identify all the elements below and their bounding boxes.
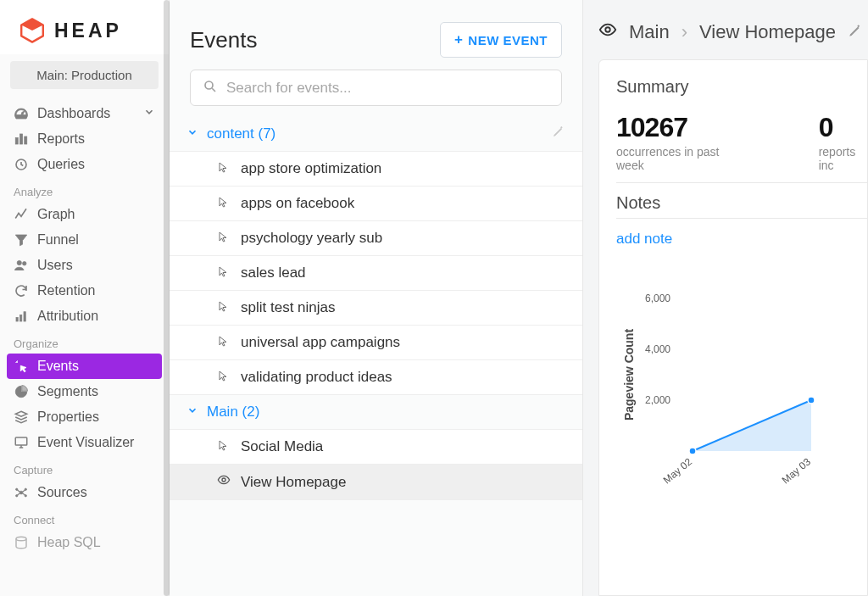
- eye-icon: [598, 20, 617, 44]
- category-label: content (7): [207, 125, 275, 142]
- event-row[interactable]: sales lead: [170, 256, 582, 291]
- chevron-down-icon: [186, 125, 198, 142]
- sidebar-item-users[interactable]: Users: [0, 253, 169, 278]
- cursor-click-icon: [14, 359, 29, 374]
- sidebar-item-reports[interactable]: Reports: [0, 126, 169, 152]
- logo-text: HEAP: [54, 19, 122, 42]
- breadcrumb-level-0[interactable]: Main: [629, 21, 670, 43]
- x-tick-label: May 03: [780, 455, 813, 486]
- event-label: apps on facebook: [241, 195, 354, 212]
- pie-icon: [14, 384, 29, 399]
- metric-occurrences: 10267 occurrences in past week: [616, 112, 734, 172]
- svg-rect-9: [20, 315, 22, 322]
- event-label: sales lead: [241, 265, 306, 281]
- category-header[interactable]: content (7): [170, 116, 582, 152]
- sidebar-item-sources[interactable]: Sources: [0, 480, 169, 505]
- svg-rect-10: [24, 312, 25, 321]
- sidebar-item-label: Reports: [37, 131, 85, 147]
- nav-group-organize: Organize: [0, 329, 169, 354]
- cursor-icon: [217, 299, 229, 316]
- sidebar-item-dashboards[interactable]: Dashboards: [0, 101, 169, 126]
- svg-point-20: [605, 27, 610, 32]
- sidebar-item-segments[interactable]: Segments: [0, 379, 169, 404]
- event-label: app store optimization: [241, 160, 381, 177]
- sidebar-item-heap-sql[interactable]: Heap SQL: [0, 530, 169, 555]
- event-row[interactable]: Social Media: [170, 430, 582, 465]
- panel-title: Events: [190, 27, 258, 53]
- svg-point-6: [17, 260, 21, 265]
- event-row[interactable]: View Homepage: [170, 465, 582, 500]
- event-label: Social Media: [241, 438, 323, 455]
- sidebar-item-label: Graph: [37, 207, 75, 222]
- event-label: split test ninjas: [241, 299, 336, 316]
- search-input-wrap[interactable]: [190, 70, 562, 106]
- new-event-label: NEW EVENT: [468, 33, 548, 47]
- event-row[interactable]: app store optimization: [170, 152, 582, 187]
- svg-rect-2: [15, 138, 18, 145]
- metric-reports: 0 reports inc: [819, 112, 867, 172]
- sidebar: HEAP Main: Production Dashboards Reports…: [0, 0, 170, 596]
- sidebar-item-retention[interactable]: Retention: [0, 278, 169, 304]
- new-event-button[interactable]: + NEW EVENT: [440, 22, 562, 58]
- nav-group-connect: Connect: [0, 505, 169, 530]
- event-list: content (7)app store optimizationapps on…: [170, 116, 582, 500]
- chevron-down-icon: [143, 106, 155, 121]
- add-note-button[interactable]: add note: [616, 231, 672, 248]
- event-row[interactable]: psychology yearly sub: [170, 221, 582, 256]
- cursor-icon: [217, 160, 229, 177]
- svg-marker-1: [21, 19, 43, 31]
- gauge-icon: [14, 106, 29, 121]
- metric-caption: reports inc: [819, 145, 867, 172]
- svg-rect-3: [20, 134, 23, 144]
- sidebar-item-properties[interactable]: Properties: [0, 404, 169, 430]
- bar-chart-icon: [14, 131, 29, 147]
- category-label: Main (2): [207, 404, 259, 421]
- cursor-icon: [217, 334, 229, 351]
- sidebar-item-event-visualizer[interactable]: Event Visualizer: [0, 430, 169, 455]
- event-row[interactable]: validating product ideas: [170, 360, 582, 395]
- project-selector[interactable]: Main: Production: [10, 61, 159, 89]
- sidebar-item-label: Attribution: [37, 309, 98, 324]
- sidebar-item-attribution[interactable]: Attribution: [0, 304, 169, 329]
- svg-point-19: [222, 478, 225, 482]
- y-tick-label: 4,000: [645, 343, 670, 355]
- logo: HEAP: [0, 0, 169, 54]
- event-row[interactable]: universal app campaigns: [170, 326, 582, 360]
- sidebar-item-graph[interactable]: Graph: [0, 202, 169, 227]
- y-axis-label: Pageview Count: [622, 329, 636, 421]
- funnel-icon: [14, 232, 29, 248]
- cursor-icon: [217, 230, 229, 247]
- edit-title-button[interactable]: [848, 21, 863, 43]
- sidebar-item-queries[interactable]: Queries: [0, 152, 169, 177]
- event-row[interactable]: apps on facebook: [170, 187, 582, 221]
- detail-panel: Main › View Homepage Summary 10267 occur…: [583, 0, 868, 596]
- chart-point: [689, 448, 696, 454]
- sidebar-item-label: Funnel: [37, 232, 79, 248]
- summary-title: Summary: [616, 77, 867, 97]
- cursor-icon: [217, 438, 229, 455]
- sidebar-item-label: Events: [37, 359, 79, 374]
- y-tick-label: 6,000: [645, 292, 670, 304]
- sidebar-item-label: Segments: [37, 384, 98, 399]
- search-input[interactable]: [226, 80, 549, 97]
- edit-category-button[interactable]: [552, 125, 565, 142]
- sidebar-item-funnel[interactable]: Funnel: [0, 227, 169, 253]
- eye-icon: [217, 473, 229, 491]
- chevron-down-icon: [186, 404, 198, 421]
- refresh-icon: [14, 283, 29, 298]
- svg-rect-8: [16, 318, 18, 322]
- metric-value: 10267: [616, 112, 734, 143]
- database-icon: [14, 535, 29, 550]
- category-header[interactable]: Main (2): [170, 395, 582, 430]
- sidebar-item-label: Heap SQL: [37, 535, 101, 550]
- plus-icon: +: [454, 31, 463, 48]
- sidebar-item-label: Users: [37, 258, 73, 273]
- event-row[interactable]: split test ninjas: [170, 291, 582, 326]
- svg-point-18: [205, 81, 213, 89]
- users-icon: [14, 258, 29, 273]
- cursor-icon: [217, 195, 229, 212]
- sidebar-item-events[interactable]: Events: [7, 354, 162, 379]
- monitor-icon: [14, 435, 29, 450]
- line-chart-icon: [14, 207, 29, 222]
- svg-rect-11: [15, 437, 27, 445]
